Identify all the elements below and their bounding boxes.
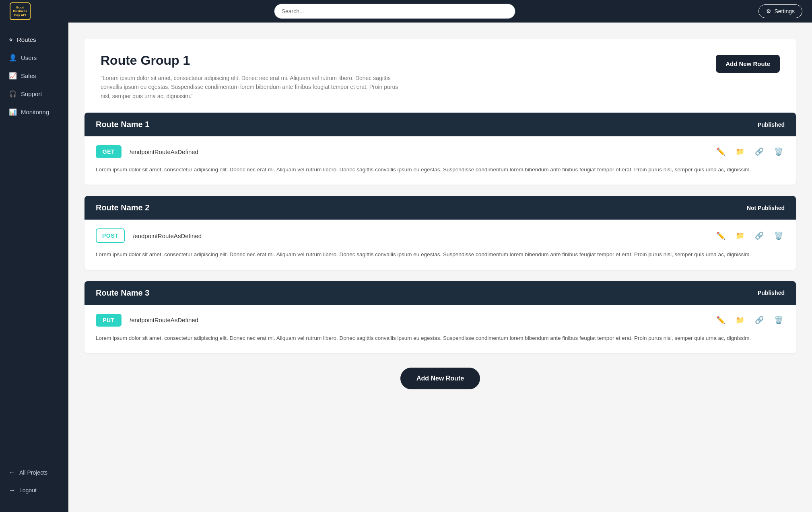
route-2-title: Route Name 2 (96, 203, 149, 212)
route-2-actions: ✏️ 📁 🔗 🗑️ (715, 230, 785, 242)
settings-icon: ⚙ (766, 8, 771, 14)
route-2-endpoint-row: POST /endpointRouteAsDefined ✏️ 📁 🔗 🗑️ (96, 228, 785, 243)
sidebar-all-projects-label: All Projects (19, 469, 47, 476)
page-header-text: Route Group 1 "Lorem ipsum dolor sit ame… (101, 53, 398, 101)
route-1-left: GET /endpointRouteAsDefined (96, 145, 198, 158)
sidebar-users-label: Users (21, 54, 37, 61)
all-projects-icon: ← (9, 469, 15, 476)
add-route-top-label: Add New Route (725, 60, 770, 67)
route-3-endpoint-row: PUT /endpointRouteAsDefined ✏️ 📁 🔗 🗑️ (96, 314, 785, 327)
route-1-title: Route Name 1 (96, 120, 149, 129)
settings-label: Settings (774, 8, 795, 14)
sidebar-item-routes[interactable]: ⋄ Routes (0, 31, 68, 49)
route-card-1: Route Name 1 Published GET /endpointRout… (84, 113, 796, 185)
bottom-center: Add New Route (84, 368, 796, 389)
route-3-actions: ✏️ 📁 🔗 🗑️ (715, 314, 785, 326)
route-1-description: Lorem ipsum dolor sit amet, consectetur … (96, 165, 785, 174)
sidebar-item-all-projects[interactable]: ← All Projects (0, 464, 68, 481)
route-3-header: Route Name 3 Published (84, 281, 796, 305)
route-1-method-badge: GET (96, 145, 122, 158)
route-3-body: PUT /endpointRouteAsDefined ✏️ 📁 🔗 🗑️ Lo… (84, 305, 796, 353)
topnav: Good Business Day API ⚙ Settings (0, 0, 812, 23)
add-route-bottom-label: Add New Route (416, 375, 464, 382)
page-title: Route Group 1 (101, 53, 398, 68)
sidebar: ⋄ Routes 👤 Users 📈 Sales 🎧 Support 📊 Mon… (0, 23, 68, 512)
route-2-left: POST /endpointRouteAsDefined (96, 228, 202, 243)
route-2-method-badge: POST (96, 228, 125, 243)
logo-line2: Business (13, 9, 27, 13)
sidebar-support-label: Support (21, 90, 42, 97)
sidebar-sales-label: Sales (21, 72, 36, 79)
route-3-method-badge: PUT (96, 314, 122, 327)
route-3-delete-button[interactable]: 🗑️ (773, 314, 785, 326)
route-2-description: Lorem ipsum dolor sit amet, consectetur … (96, 250, 785, 259)
support-icon: 🎧 (9, 90, 17, 98)
route-1-header: Route Name 1 Published (84, 113, 796, 136)
sidebar-item-support[interactable]: 🎧 Support (0, 85, 68, 103)
route-3-left: PUT /endpointRouteAsDefined (96, 314, 198, 327)
sales-icon: 📈 (9, 72, 17, 80)
logo-line1: Good (16, 6, 25, 10)
sidebar-item-users[interactable]: 👤 Users (0, 49, 68, 67)
route-3-upload-button[interactable]: 📁 (734, 314, 746, 326)
sidebar-item-monitoring[interactable]: 📊 Monitoring (0, 103, 68, 121)
route-1-delete-button[interactable]: 🗑️ (773, 146, 785, 158)
sidebar-monitoring-label: Monitoring (21, 109, 49, 115)
settings-button[interactable]: ⚙ Settings (758, 4, 802, 18)
route-3-endpoint: /endpointRouteAsDefined (130, 317, 198, 323)
logo: Good Business Day API (10, 2, 31, 20)
route-2-delete-button[interactable]: 🗑️ (773, 230, 785, 242)
sidebar-routes-label: Routes (17, 36, 36, 43)
route-2-endpoint: /endpointRouteAsDefined (133, 232, 202, 239)
route-2-body: POST /endpointRouteAsDefined ✏️ 📁 🔗 🗑️ L… (84, 220, 796, 269)
route-3-link-button[interactable]: 🔗 (753, 314, 765, 326)
route-2-edit-button[interactable]: ✏️ (715, 230, 727, 242)
page-header: Route Group 1 "Lorem ipsum dolor sit ame… (84, 39, 796, 113)
route-2-status: Not Published (747, 205, 785, 211)
route-1-status: Published (758, 121, 785, 128)
route-1-edit-button[interactable]: ✏️ (715, 146, 727, 158)
route-3-title: Route Name 3 (96, 288, 149, 298)
route-1-link-button[interactable]: 🔗 (753, 146, 765, 158)
route-1-endpoint-row: GET /endpointRouteAsDefined ✏️ 📁 🔗 🗑️ (96, 145, 785, 158)
sidebar-item-logout[interactable]: → Logout (0, 481, 68, 499)
add-route-button-bottom[interactable]: Add New Route (400, 368, 480, 389)
route-1-actions: ✏️ 📁 🔗 🗑️ (715, 146, 785, 158)
route-3-edit-button[interactable]: ✏️ (715, 314, 727, 326)
logo-line3: Day API (14, 13, 26, 17)
sidebar-nav: ⋄ Routes 👤 Users 📈 Sales 🎧 Support 📊 Mon… (0, 31, 68, 464)
route-2-header: Route Name 2 Not Published (84, 196, 796, 220)
route-1-body: GET /endpointRouteAsDefined ✏️ 📁 🔗 🗑️ Lo… (84, 136, 796, 185)
search-bar (274, 4, 515, 19)
users-icon: 👤 (9, 54, 17, 62)
routes-list: Route Name 1 Published GET /endpointRout… (84, 113, 796, 389)
main-content: Route Group 1 "Lorem ipsum dolor sit ame… (68, 23, 812, 512)
route-3-description: Lorem ipsum dolor sit amet, consectetur … (96, 334, 785, 343)
route-3-status: Published (758, 290, 785, 296)
route-card-3: Route Name 3 Published PUT /endpointRout… (84, 281, 796, 353)
routes-icon: ⋄ (9, 36, 13, 43)
sidebar-logout-label: Logout (19, 487, 37, 493)
route-2-link-button[interactable]: 🔗 (753, 230, 765, 242)
route-card-2: Route Name 2 Not Published POST /endpoin… (84, 196, 796, 269)
monitoring-icon: 📊 (9, 108, 17, 116)
route-1-endpoint: /endpointRouteAsDefined (130, 148, 198, 155)
page-description: "Lorem ipsum dolor sit amet, consectetur… (101, 74, 398, 101)
sidebar-item-sales[interactable]: 📈 Sales (0, 67, 68, 85)
add-route-button-top[interactable]: Add New Route (716, 55, 780, 73)
route-1-upload-button[interactable]: 📁 (734, 146, 746, 158)
logout-icon: → (9, 487, 15, 494)
route-2-upload-button[interactable]: 📁 (734, 230, 746, 242)
sidebar-bottom: ← All Projects → Logout (0, 464, 68, 504)
search-input[interactable] (274, 4, 515, 19)
